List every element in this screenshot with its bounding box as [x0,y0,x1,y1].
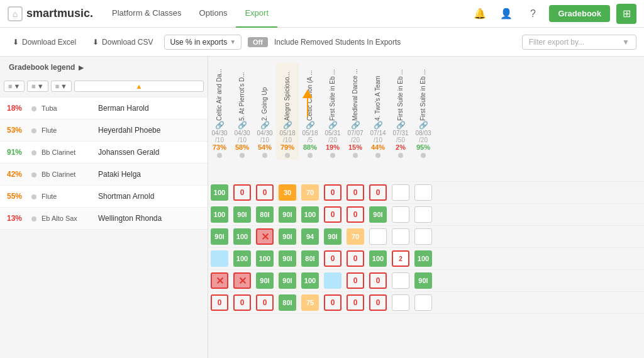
empty-cell [392,228,409,245]
filter-col3[interactable]: ≡ ▼ [51,81,72,92]
score-cell: 0 [321,294,344,311]
sort-col[interactable]: ▲ [74,81,204,92]
nav-options[interactable]: Options [191,0,236,28]
dot-col [367,151,389,160]
student-name: Pataki Helga [96,170,208,179]
green-cell: 100 [256,250,274,267]
score-cell [321,272,344,289]
green-cell: 90l [211,228,228,245]
col-link-icon: 🔗 [419,121,428,130]
col-pts: /20 [419,137,428,143]
filter-icon3: ≡ [55,82,59,90]
light-blue-cell [324,272,341,289]
student-name: Shortman Arnold [96,192,208,201]
main-container: Gradebook legend ▶ ≡ ▼ ≡ ▼ ≡ ▼ ▲ [0,57,644,358]
legend-header[interactable]: Gradebook legend ▶ [0,57,208,76]
score-cell [389,206,412,223]
score-cell: 30 [276,184,299,201]
red-x-big-cell: ✕ [233,272,251,289]
dot-col [389,151,412,160]
student-name: Wellington Rhonda [96,214,208,223]
green-cell: 100 [301,272,319,289]
col-date: 05/18 [279,130,295,137]
score-cell: 0 [231,184,253,201]
use-pct-select[interactable]: Use % in exports ▼ [164,35,242,50]
home-icon[interactable]: ⌂ [8,6,23,21]
red-x-cell: 0 [347,272,364,289]
empty-cell [414,206,432,223]
toggle-off-button[interactable]: Off [248,37,268,47]
score-cell: 0 [253,294,276,311]
green-cell: 80l [279,294,296,311]
score-cell [412,294,435,311]
col-date: 07/14 [370,130,386,137]
col-link-icon: 🔗 [215,121,225,130]
student-instrument: Eb Alto Sax [39,215,96,222]
download-excel-button[interactable]: ⬇ Download Excel [8,35,81,49]
green-cell: 90l [233,206,251,223]
download-csv-label: Download CSV [102,38,153,47]
column-header: First Suite in Eb ... 🔗 08/03 /20 95% [412,63,435,151]
column-header: Celtic Air and Da... 🔗 04/30 /10 73% [208,63,231,151]
filter-export-select[interactable]: Filter export by... ▼ [522,35,636,50]
chevron-down-icon: ▼ [230,38,236,45]
score-cell: 100 [208,184,231,201]
toggle-wrap: Off [248,37,268,47]
score-cell: 0 [321,250,344,267]
help-icon[interactable]: ? [523,4,543,24]
empty-cell [392,294,409,311]
col-title: First Suite in Eb ... [329,64,336,121]
col-dot [262,153,267,158]
empty-cell [392,206,409,223]
user-icon[interactable]: 👤 [496,4,516,24]
green-cell: 80l [256,206,274,223]
col-dot [330,153,335,158]
score-cell [412,228,435,245]
download-csv-button[interactable]: ⬇ Download CSV [87,35,158,49]
col-pct: 44% [371,143,385,151]
student-dot [29,170,39,179]
col-pct: 73% [213,143,226,151]
col-dot [308,153,313,158]
score-cell: 0 [321,206,344,223]
col-pts: /10 [215,137,224,143]
col-pts: /10 [374,137,382,143]
legend-arrow-icon: ▶ [79,64,84,71]
student-dot [29,214,39,223]
score-cell [389,184,412,201]
col-pts: /10 [238,137,247,143]
grid-icon[interactable]: ⊞ [616,4,636,24]
col-pts: /5 [308,137,313,143]
col-date: 04/30 [234,130,250,137]
red-x-cell: 0 [256,184,274,201]
empty-cell [414,184,432,201]
light-blue-cell [211,250,228,267]
red-x-cell: 0 [233,294,251,311]
small-red-cell: 2 [392,250,409,267]
include-removed-label: Include Removed Students In Exports [274,38,401,47]
score-cell: 70 [299,184,321,201]
green-cell: 100 [414,250,432,267]
score-cell: 90l [276,228,299,245]
student-row: 91% Bb Clarinet Johanssen Gerald [0,142,208,164]
gradebook-button[interactable]: Gradebook [549,5,610,22]
score-cell: 90l [276,250,299,267]
filter-col1[interactable]: ≡ ▼ [4,81,25,92]
filter-col2[interactable]: ≡ ▼ [27,81,48,92]
col-title: 5. At Pierrot's D... [238,64,246,121]
bell-icon[interactable]: 🔔 [470,4,490,24]
sort-up-icon: ▲ [136,82,143,90]
nav-platform-classes[interactable]: Platform & Classes [103,0,191,28]
col-dot [217,153,222,158]
score-cell: 0 [208,294,231,311]
green-cell: 100 [233,250,251,267]
green-cell: 100 [211,184,228,201]
col-pts: /10 [283,137,292,143]
col-dot [421,153,426,158]
red-x-big-cell: ✕ [256,228,274,245]
score-cell: 0 [344,184,367,201]
score-row: 90l100✕90l9490l70 [208,226,644,248]
score-cell [367,228,389,245]
nav-export[interactable]: Export [236,0,277,28]
score-cell: 90l [367,206,389,223]
